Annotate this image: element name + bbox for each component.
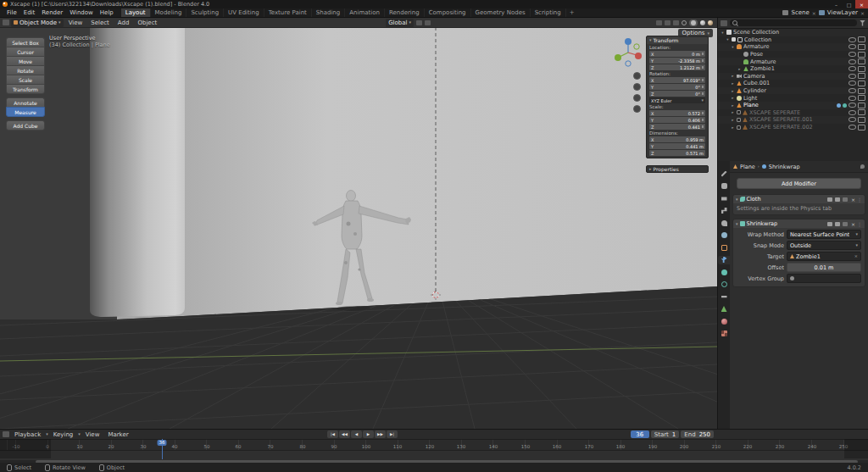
hide-icon[interactable]	[849, 103, 856, 108]
outliner-row-plane[interactable]: ▸ Plane	[718, 102, 868, 109]
tab-object-data[interactable]	[718, 305, 730, 314]
expander-icon[interactable]: ▸	[731, 118, 735, 122]
pin-icon[interactable]	[860, 164, 865, 169]
hide-icon[interactable]	[849, 44, 856, 49]
timeline-menu-view[interactable]: View	[82, 431, 103, 438]
editor-type-icon[interactable]	[3, 19, 9, 25]
tool-rotate[interactable]: Rotate	[6, 65, 45, 75]
lock-icon[interactable]	[702, 79, 704, 81]
target-object-field[interactable]: Zombie1 ×	[787, 252, 861, 261]
workspace-tab-uv-editing[interactable]: UV Editing	[224, 8, 264, 17]
tool-scale[interactable]: Scale	[6, 75, 45, 84]
tab-scene[interactable]	[718, 219, 730, 227]
timeline-ruler[interactable]: -10 0 10 20 30 40 50 60 70 80 90 100 110…	[0, 440, 868, 451]
add-modifier-button[interactable]: Add Modifier	[737, 178, 861, 189]
scene-selector[interactable]: Scene	[791, 9, 809, 16]
view-layer-selector[interactable]: ViewLayer	[827, 9, 858, 16]
render-visibility-icon[interactable]	[858, 52, 865, 58]
expander-icon[interactable]: ▸	[731, 81, 735, 86]
properties-section-collapsed[interactable]: ▸ Properties	[646, 165, 709, 173]
render-visibility-icon[interactable]	[858, 36, 865, 42]
transform-orientation-selector[interactable]: Global ▾	[386, 19, 414, 27]
zoom-icon[interactable]	[633, 72, 641, 80]
play-reverse-button[interactable]: ◀	[351, 430, 362, 438]
viewport-menu-view[interactable]: View	[65, 19, 86, 26]
breadcrumb-modifier[interactable]: Shrinkwrap	[769, 164, 800, 170]
lock-icon[interactable]	[702, 92, 704, 95]
collection-checkbox[interactable]	[737, 125, 741, 130]
proportional-editing-icon[interactable]	[425, 20, 431, 25]
tab-tool[interactable]	[718, 169, 730, 178]
snap-magnet-icon[interactable]	[416, 20, 422, 25]
chevron-down-icon[interactable]: ▾	[736, 197, 738, 202]
tab-view-layer[interactable]	[718, 207, 730, 215]
tool-add-cube[interactable]: Add Cube	[6, 120, 45, 130]
lock-icon[interactable]	[702, 59, 704, 62]
lock-icon[interactable]	[702, 66, 704, 69]
menu-edit[interactable]: Edit	[20, 9, 39, 16]
render-visibility-icon[interactable]	[858, 88, 865, 94]
expander-icon[interactable]: ▸	[731, 96, 735, 100]
delete-modifier-icon[interactable]: ×	[851, 221, 855, 227]
hide-icon[interactable]	[849, 117, 856, 122]
lock-icon[interactable]	[702, 53, 704, 55]
jump-to-start-button[interactable]: |◀	[327, 430, 338, 438]
workspace-add-button[interactable]: +	[566, 9, 578, 16]
outliner-row-light[interactable]: ▸ Light	[718, 94, 868, 102]
modifier-cloth-header[interactable]: ▾ Cloth × ⋮	[733, 195, 865, 203]
outliner-search-input[interactable]	[730, 19, 857, 26]
hide-icon[interactable]	[849, 88, 856, 93]
outliner-row-xscape-seperate-001[interactable]: ▸ XSCAPE SEPERATE.001	[718, 116, 868, 124]
start-frame-field[interactable]: Start 1	[651, 430, 680, 438]
wall-mesh[interactable]	[117, 27, 717, 319]
edit-mode-toggle-icon[interactable]	[827, 222, 832, 226]
workspace-tab-compositing[interactable]: Compositing	[425, 8, 471, 17]
expander-icon[interactable]: ▸	[731, 110, 735, 114]
render-visibility-icon[interactable]	[858, 44, 865, 50]
tab-particles[interactable]	[718, 268, 730, 276]
workspace-tab-sculpting[interactable]: Sculpting	[186, 8, 224, 17]
tab-modifiers[interactable]	[718, 256, 730, 264]
tab-texture[interactable]	[718, 330, 730, 338]
render-visibility-icon[interactable]	[858, 66, 865, 72]
tab-render[interactable]	[718, 182, 730, 191]
maximize-button[interactable]: □	[843, 0, 855, 8]
pan-hand-icon[interactable]	[633, 83, 641, 91]
rotation-y-field[interactable]: Y0°	[649, 84, 705, 90]
minimize-button[interactable]: –	[830, 0, 843, 8]
timeline-menu-keying[interactable]: Keying	[50, 431, 77, 438]
chevron-down-icon[interactable]: ▾	[736, 222, 738, 226]
realtime-toggle-icon[interactable]	[835, 222, 840, 226]
rotation-x-field[interactable]: X97.019°	[649, 77, 705, 83]
lock-icon[interactable]	[702, 125, 704, 128]
collection-checkbox[interactable]	[732, 37, 736, 42]
outliner-row-cylinder[interactable]: ▸ Cylinder	[718, 87, 868, 95]
hide-icon[interactable]	[849, 52, 856, 57]
workspace-tab-rendering[interactable]: Rendering	[385, 8, 425, 17]
hide-icon[interactable]	[849, 66, 856, 71]
outliner-editor-icon[interactable]	[721, 20, 727, 26]
tool-annotate[interactable]: Annotate	[6, 97, 45, 107]
end-frame-field[interactable]: End 250	[681, 430, 714, 438]
workspace-tab-geometry-nodes[interactable]: Geometry Nodes	[471, 8, 531, 17]
transform-panel-header[interactable]: ▾ Transform	[647, 36, 708, 44]
shading-wireframe-icon[interactable]	[682, 20, 687, 25]
hide-icon[interactable]	[849, 110, 856, 115]
menu-render[interactable]: Render	[38, 9, 66, 16]
scene-render[interactable]	[0, 27, 717, 429]
lock-icon[interactable]	[702, 119, 704, 121]
outliner-row-zombie1[interactable]: ▸ Zombie1	[718, 65, 868, 73]
expander-icon[interactable]: ▸	[731, 125, 735, 130]
workspace-tab-shading[interactable]: Shading	[312, 8, 345, 17]
timeline-editor-icon[interactable]	[3, 431, 9, 437]
pillar-mesh[interactable]	[90, 27, 185, 317]
timeline-menu-marker[interactable]: Marker	[104, 431, 131, 438]
offset-field[interactable]: 0.01 m	[787, 263, 861, 272]
expander-icon[interactable]: ▸	[737, 67, 742, 71]
edit-mode-toggle-icon[interactable]	[827, 197, 832, 202]
scale-x-field[interactable]: X0.572	[649, 110, 705, 116]
menu-window[interactable]: Window	[66, 9, 97, 16]
workspace-tab-scripting[interactable]: Scripting	[531, 8, 566, 17]
expander-icon[interactable]: ▸	[731, 74, 735, 78]
modifier-extras-icon[interactable]: ⋮	[857, 197, 862, 203]
